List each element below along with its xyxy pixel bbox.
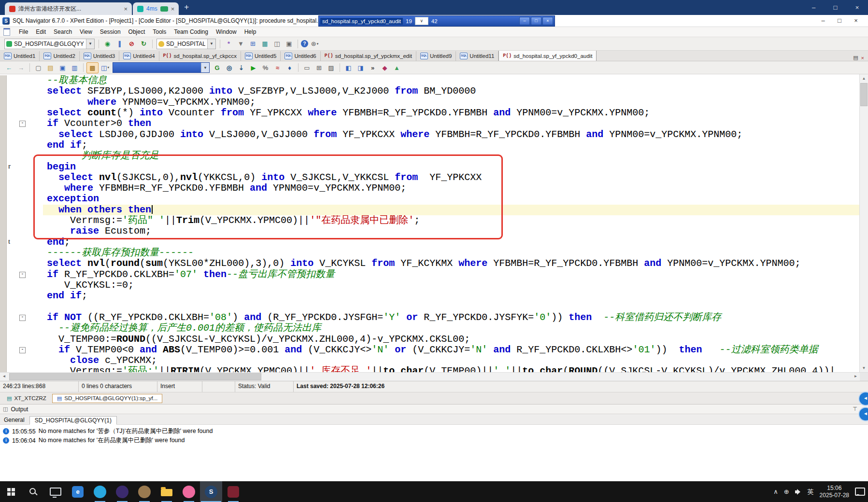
- close-button[interactable]: ×: [848, 15, 864, 26]
- grid-icon[interactable]: ⊞: [247, 39, 258, 49]
- code-line[interactable]: tend;: [0, 237, 860, 248]
- code-line[interactable]: exception: [0, 194, 860, 204]
- help-icon[interactable]: ?: [301, 40, 308, 47]
- menu-search[interactable]: Search: [50, 28, 76, 35]
- taskbar-sunlogin-remote[interactable]: [178, 481, 200, 502]
- browser-tab[interactable]: 4ms×: [133, 2, 179, 15]
- split-vertical-icon[interactable]: ◨: [355, 63, 366, 73]
- table-icon[interactable]: ▦: [259, 39, 270, 49]
- code-line[interactable]: end if;: [0, 140, 860, 151]
- new-tab-button[interactable]: +: [180, 0, 193, 14]
- back-icon[interactable]: ←: [3, 63, 14, 73]
- find-icon[interactable]: ◎: [224, 63, 235, 73]
- floating-minimize-button[interactable]: –: [519, 17, 530, 25]
- code-line[interactable]: Verrmsg:='药品" '||Trim(V_YPCKMX.YPMC00)||…: [0, 215, 860, 226]
- code-line[interactable]: -if Vcounter>0 then: [0, 118, 860, 129]
- floating-close-button[interactable]: ×: [542, 17, 553, 25]
- code-line[interactable]: --取基本信息: [0, 75, 860, 86]
- menu-file[interactable]: File: [15, 28, 32, 35]
- stop-icon[interactable]: ⊘: [126, 39, 137, 49]
- code-line[interactable]: select SFZBYP,LSJ000,K2J000 into V_SFZBY…: [0, 86, 860, 97]
- code-line[interactable]: where YPNM00=v_YPCKMX.YPNM00;: [0, 97, 860, 108]
- scroll-left-arrow-icon[interactable]: ◄: [0, 373, 8, 381]
- split-horizontal-icon[interactable]: ◧: [343, 63, 354, 73]
- code-line[interactable]: end if;: [0, 291, 860, 301]
- code-line[interactable]: - if V_TEMP00<0 and ABS(V_TEMP00)>=0.001…: [0, 345, 860, 355]
- taskbar-messenger[interactable]: [89, 481, 111, 502]
- menu-window[interactable]: Window: [212, 28, 241, 35]
- horizontal-scrollbar-thumb[interactable]: [9, 373, 261, 380]
- code-line[interactable]: rbegin: [0, 162, 860, 172]
- tab-close-icon[interactable]: ×: [171, 5, 175, 13]
- tab-close-icon[interactable]: ×: [124, 5, 128, 13]
- taskbar-browser-blue[interactable]: e: [67, 481, 89, 502]
- dropdown-arrow-icon[interactable]: ▼: [201, 63, 209, 72]
- new-file-icon[interactable]: ▢: [33, 63, 44, 73]
- taskbar-clock[interactable]: 15:06 2025-07-28: [820, 485, 849, 499]
- layout-icon[interactable]: ▣: [284, 39, 295, 49]
- browser-maximize-button[interactable]: □: [825, 0, 846, 15]
- menu-help[interactable]: Help: [241, 28, 260, 35]
- menu-edit[interactable]: Edit: [32, 28, 50, 35]
- document-tab[interactable]: SQLUntitled1: [0, 51, 40, 61]
- connect-icon[interactable]: ◉: [102, 39, 113, 49]
- menu-session[interactable]: Session: [96, 28, 125, 35]
- document-tab[interactable]: SQLUntitled11: [456, 51, 498, 61]
- start-button[interactable]: [0, 481, 22, 502]
- code-line[interactable]: close c_YPCKMX;: [0, 355, 860, 366]
- code-line[interactable]: --避免药品经过换算，后产生0.001的差额，使药品无法出库: [0, 323, 860, 334]
- tab-list-icon[interactable]: ▤: [853, 55, 858, 61]
- document-tab[interactable]: SQLUntitled5: [241, 51, 281, 61]
- code-line[interactable]: select count(*) into Vcounter from YF_YP…: [0, 108, 860, 118]
- taskbar-sql-navigator[interactable]: S: [200, 481, 222, 502]
- session-selector[interactable]: SD_HOSPITAL@GLGQYY(1)▼: [4, 39, 95, 49]
- document-tab[interactable]: SQLUntitled4: [119, 51, 159, 61]
- ime-indicator[interactable]: 英: [808, 488, 814, 496]
- dropdown-arrow-icon[interactable]: ∨: [415, 17, 428, 25]
- percent-icon[interactable]: %: [260, 63, 271, 73]
- taskbar-dbeaver[interactable]: [133, 481, 156, 502]
- spool-icon[interactable]: ≈: [272, 63, 283, 73]
- bottom-tab[interactable]: ▤XT_XTCZRZ: [2, 394, 51, 403]
- goto-icon[interactable]: G: [212, 63, 223, 73]
- code-line[interactable]: when others then: [0, 205, 860, 215]
- find-next-icon[interactable]: ⇣: [236, 63, 247, 73]
- pause-icon[interactable]: ∥: [114, 39, 125, 49]
- save-icon[interactable]: ▣: [57, 63, 68, 73]
- code-line[interactable]: V_TEMP00:=ROUND((V_SJKCSL-V_KCYKSL)/v_YP…: [0, 334, 860, 345]
- scroll-up-arrow-icon[interactable]: ▲: [860, 74, 868, 83]
- fold-collapse-icon[interactable]: -: [19, 121, 26, 127]
- code-line[interactable]: Verrmsg:='药品:'||RTRIM(V_YPCKMX.YPMC00)||…: [0, 366, 860, 372]
- horizontal-scroll-track[interactable]: [8, 373, 852, 381]
- close-tab-icon[interactable]: ×: [861, 55, 864, 61]
- code-line[interactable]: ------获取库存预扣数量------: [0, 248, 860, 258]
- network-icon[interactable]: ⊕: [784, 488, 789, 495]
- bookmark-icon[interactable]: ◆: [379, 63, 390, 73]
- settings-icon[interactable]: ⊛▾: [309, 39, 320, 49]
- wand-icon[interactable]: *: [223, 39, 234, 49]
- bottom-tab[interactable]: ▤SD_HOSPITAL@GLGQYY(1):sp_yf...: [52, 394, 162, 403]
- browser-tab[interactable]: 漳州古雷港经济开发区...×: [5, 2, 132, 15]
- code-line[interactable]: -if NOT ((R_YF_YPCKD0.CKLXBH='08') and (…: [0, 312, 860, 323]
- fold-collapse-icon[interactable]: -: [19, 315, 26, 321]
- browser-minimize-button[interactable]: –: [803, 0, 825, 15]
- notes-icon[interactable]: ▨: [326, 63, 337, 73]
- anchor-icon[interactable]: ♦: [284, 63, 295, 73]
- fold-collapse-icon[interactable]: -: [19, 347, 26, 353]
- schema-selector[interactable]: SD_HOSPITAL▼: [157, 39, 216, 49]
- code-line[interactable]: ------判断库存是否充足---------: [0, 151, 860, 161]
- restore-button[interactable]: □: [831, 15, 848, 26]
- code-line[interactable]: raise Ecustom;: [0, 226, 860, 237]
- action-center-icon[interactable]: [855, 488, 865, 496]
- document-tab[interactable]: SQLUntitled3: [80, 51, 119, 61]
- taskbar-search-button[interactable]: [22, 481, 44, 502]
- scroll-down-arrow-icon[interactable]: ▼: [860, 364, 868, 372]
- document-tab[interactable]: P()sd_hospital.sp_yf_ckpccx: [159, 51, 241, 61]
- minimize-button[interactable]: –: [815, 15, 831, 26]
- floating-window-bar[interactable]: sd_hospital.sp_yf_ypckd0_audit 19 ∨ 42 –…: [318, 15, 555, 27]
- execute-icon[interactable]: ▶: [248, 63, 259, 73]
- refresh-icon[interactable]: ↻: [138, 39, 149, 49]
- document-tab[interactable]: SQLUntitled6: [281, 51, 320, 61]
- document-tab[interactable]: P()sd_hospital.sp_yf_ypckmx_edit: [321, 51, 416, 61]
- window-icon[interactable]: ◫: [271, 39, 283, 49]
